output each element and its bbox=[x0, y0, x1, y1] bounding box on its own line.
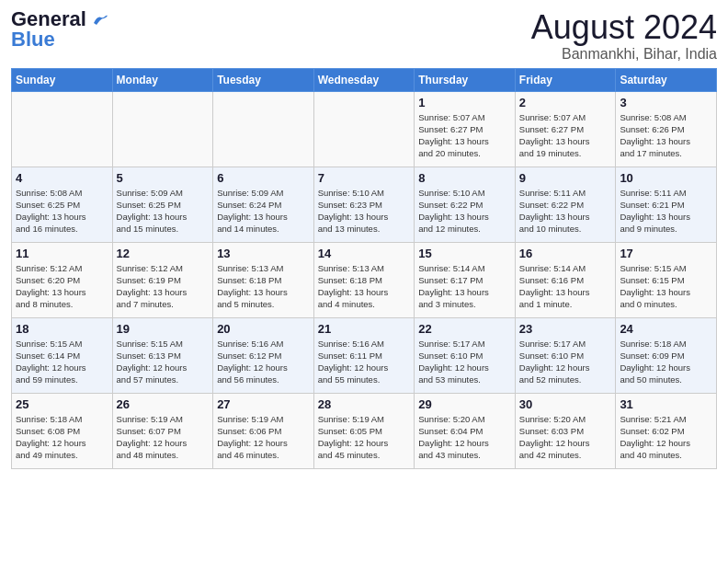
day-info: Sunrise: 5:12 AM Sunset: 6:20 PM Dayligh… bbox=[16, 262, 108, 311]
day-number: 24 bbox=[620, 322, 712, 336]
calendar-table: Sunday Monday Tuesday Wednesday Thursday… bbox=[11, 68, 717, 469]
col-sunday: Sunday bbox=[12, 68, 113, 91]
calendar-week-3: 18Sunrise: 5:15 AM Sunset: 6:14 PM Dayli… bbox=[12, 317, 717, 393]
day-number: 25 bbox=[16, 397, 108, 411]
calendar-cell: 17Sunrise: 5:15 AM Sunset: 6:15 PM Dayli… bbox=[616, 242, 717, 317]
calendar-cell: 14Sunrise: 5:13 AM Sunset: 6:18 PM Dayli… bbox=[313, 242, 415, 317]
day-info: Sunrise: 5:17 AM Sunset: 6:10 PM Dayligh… bbox=[418, 338, 511, 386]
calendar-cell: 29Sunrise: 5:20 AM Sunset: 6:04 PM Dayli… bbox=[415, 393, 516, 468]
calendar-cell: 2Sunrise: 5:07 AM Sunset: 6:27 PM Daylig… bbox=[515, 91, 616, 167]
calendar-cell bbox=[213, 91, 314, 167]
day-number: 19 bbox=[117, 322, 210, 336]
title-block: August 2024 Banmankhi, Bihar, India bbox=[531, 9, 717, 63]
day-number: 11 bbox=[16, 247, 108, 260]
calendar-week-0: 1Sunrise: 5:07 AM Sunset: 6:27 PM Daylig… bbox=[12, 91, 717, 167]
day-number: 21 bbox=[318, 322, 411, 336]
calendar-cell: 8Sunrise: 5:10 AM Sunset: 6:22 PM Daylig… bbox=[415, 167, 516, 242]
calendar-cell: 4Sunrise: 5:08 AM Sunset: 6:25 PM Daylig… bbox=[12, 167, 113, 242]
col-saturday: Saturday bbox=[616, 68, 717, 91]
day-info: Sunrise: 5:07 AM Sunset: 6:27 PM Dayligh… bbox=[418, 111, 511, 160]
calendar-cell: 23Sunrise: 5:17 AM Sunset: 6:10 PM Dayli… bbox=[515, 317, 616, 393]
calendar-cell: 9Sunrise: 5:11 AM Sunset: 6:22 PM Daylig… bbox=[515, 167, 616, 242]
day-number: 30 bbox=[519, 397, 612, 411]
day-info: Sunrise: 5:08 AM Sunset: 6:26 PM Dayligh… bbox=[620, 111, 712, 160]
calendar-cell: 15Sunrise: 5:14 AM Sunset: 6:17 PM Dayli… bbox=[415, 242, 516, 317]
day-info: Sunrise: 5:18 AM Sunset: 6:08 PM Dayligh… bbox=[16, 413, 108, 462]
calendar-cell: 13Sunrise: 5:13 AM Sunset: 6:18 PM Dayli… bbox=[213, 242, 314, 317]
day-number: 9 bbox=[519, 171, 612, 185]
day-info: Sunrise: 5:09 AM Sunset: 6:24 PM Dayligh… bbox=[217, 187, 310, 236]
calendar-header-row: Sunday Monday Tuesday Wednesday Thursday… bbox=[12, 68, 717, 91]
calendar-cell: 3Sunrise: 5:08 AM Sunset: 6:26 PM Daylig… bbox=[616, 91, 717, 167]
day-number: 6 bbox=[217, 171, 310, 185]
day-number: 27 bbox=[217, 397, 310, 411]
day-info: Sunrise: 5:15 AM Sunset: 6:15 PM Dayligh… bbox=[620, 262, 712, 311]
day-number: 5 bbox=[117, 171, 210, 185]
day-info: Sunrise: 5:18 AM Sunset: 6:09 PM Dayligh… bbox=[620, 338, 712, 386]
calendar-cell: 6Sunrise: 5:09 AM Sunset: 6:24 PM Daylig… bbox=[213, 167, 314, 242]
calendar-cell: 12Sunrise: 5:12 AM Sunset: 6:19 PM Dayli… bbox=[112, 242, 213, 317]
calendar-cell: 18Sunrise: 5:15 AM Sunset: 6:14 PM Dayli… bbox=[12, 317, 113, 393]
day-info: Sunrise: 5:10 AM Sunset: 6:23 PM Dayligh… bbox=[318, 187, 411, 236]
calendar-cell: 30Sunrise: 5:20 AM Sunset: 6:03 PM Dayli… bbox=[515, 393, 616, 468]
day-number: 14 bbox=[318, 247, 411, 260]
day-info: Sunrise: 5:07 AM Sunset: 6:27 PM Dayligh… bbox=[519, 111, 612, 160]
day-number: 2 bbox=[519, 96, 612, 109]
day-info: Sunrise: 5:08 AM Sunset: 6:25 PM Dayligh… bbox=[16, 187, 108, 236]
calendar-cell: 20Sunrise: 5:16 AM Sunset: 6:12 PM Dayli… bbox=[213, 317, 314, 393]
day-number: 29 bbox=[418, 397, 511, 411]
day-info: Sunrise: 5:14 AM Sunset: 6:17 PM Dayligh… bbox=[418, 262, 511, 311]
day-number: 10 bbox=[620, 171, 712, 185]
day-number: 16 bbox=[519, 247, 612, 260]
day-info: Sunrise: 5:19 AM Sunset: 6:05 PM Dayligh… bbox=[318, 413, 411, 462]
day-number: 28 bbox=[318, 397, 411, 411]
day-number: 8 bbox=[418, 171, 511, 185]
day-info: Sunrise: 5:15 AM Sunset: 6:14 PM Dayligh… bbox=[16, 338, 108, 386]
calendar-cell bbox=[313, 91, 415, 167]
col-tuesday: Tuesday bbox=[213, 68, 314, 91]
day-number: 3 bbox=[620, 96, 712, 109]
logo-bird-icon bbox=[92, 14, 108, 27]
col-friday: Friday bbox=[515, 68, 616, 91]
calendar-cell: 5Sunrise: 5:09 AM Sunset: 6:25 PM Daylig… bbox=[112, 167, 213, 242]
day-info: Sunrise: 5:20 AM Sunset: 6:03 PM Dayligh… bbox=[519, 413, 612, 462]
page-container: General Blue August 2024 Banmankhi, Biha… bbox=[0, 0, 728, 477]
page-subtitle: Banmankhi, Bihar, India bbox=[531, 46, 717, 63]
calendar-week-4: 25Sunrise: 5:18 AM Sunset: 6:08 PM Dayli… bbox=[12, 393, 717, 468]
calendar-cell: 11Sunrise: 5:12 AM Sunset: 6:20 PM Dayli… bbox=[12, 242, 113, 317]
calendar-cell: 10Sunrise: 5:11 AM Sunset: 6:21 PM Dayli… bbox=[616, 167, 717, 242]
day-info: Sunrise: 5:21 AM Sunset: 6:02 PM Dayligh… bbox=[620, 413, 712, 462]
col-monday: Monday bbox=[112, 68, 213, 91]
day-info: Sunrise: 5:13 AM Sunset: 6:18 PM Dayligh… bbox=[318, 262, 411, 311]
calendar-cell: 1Sunrise: 5:07 AM Sunset: 6:27 PM Daylig… bbox=[415, 91, 516, 167]
day-info: Sunrise: 5:16 AM Sunset: 6:12 PM Dayligh… bbox=[217, 338, 310, 386]
day-info: Sunrise: 5:13 AM Sunset: 6:18 PM Dayligh… bbox=[217, 262, 310, 311]
day-number: 12 bbox=[117, 247, 210, 260]
calendar-cell: 25Sunrise: 5:18 AM Sunset: 6:08 PM Dayli… bbox=[12, 393, 113, 468]
calendar-cell: 24Sunrise: 5:18 AM Sunset: 6:09 PM Dayli… bbox=[616, 317, 717, 393]
calendar-cell: 27Sunrise: 5:19 AM Sunset: 6:06 PM Dayli… bbox=[213, 393, 314, 468]
calendar-week-2: 11Sunrise: 5:12 AM Sunset: 6:20 PM Dayli… bbox=[12, 242, 717, 317]
day-number: 13 bbox=[217, 247, 310, 260]
day-number: 31 bbox=[620, 397, 712, 411]
calendar-cell: 16Sunrise: 5:14 AM Sunset: 6:16 PM Dayli… bbox=[515, 242, 616, 317]
calendar-cell: 28Sunrise: 5:19 AM Sunset: 6:05 PM Dayli… bbox=[313, 393, 415, 468]
day-number: 26 bbox=[117, 397, 210, 411]
day-info: Sunrise: 5:15 AM Sunset: 6:13 PM Dayligh… bbox=[117, 338, 210, 386]
logo-blue: Blue bbox=[11, 29, 55, 50]
day-number: 17 bbox=[620, 247, 712, 260]
day-info: Sunrise: 5:16 AM Sunset: 6:11 PM Dayligh… bbox=[318, 338, 411, 386]
logo: General Blue bbox=[11, 9, 108, 50]
day-number: 20 bbox=[217, 322, 310, 336]
day-number: 23 bbox=[519, 322, 612, 336]
page-title: August 2024 bbox=[531, 9, 717, 46]
day-number: 7 bbox=[318, 171, 411, 185]
day-info: Sunrise: 5:14 AM Sunset: 6:16 PM Dayligh… bbox=[519, 262, 612, 311]
day-info: Sunrise: 5:11 AM Sunset: 6:21 PM Dayligh… bbox=[620, 187, 712, 236]
calendar-cell: 19Sunrise: 5:15 AM Sunset: 6:13 PM Dayli… bbox=[112, 317, 213, 393]
day-info: Sunrise: 5:19 AM Sunset: 6:06 PM Dayligh… bbox=[217, 413, 310, 462]
day-info: Sunrise: 5:19 AM Sunset: 6:07 PM Dayligh… bbox=[117, 413, 210, 462]
header: General Blue August 2024 Banmankhi, Biha… bbox=[11, 9, 717, 63]
calendar-cell: 26Sunrise: 5:19 AM Sunset: 6:07 PM Dayli… bbox=[112, 393, 213, 468]
calendar-week-1: 4Sunrise: 5:08 AM Sunset: 6:25 PM Daylig… bbox=[12, 167, 717, 242]
